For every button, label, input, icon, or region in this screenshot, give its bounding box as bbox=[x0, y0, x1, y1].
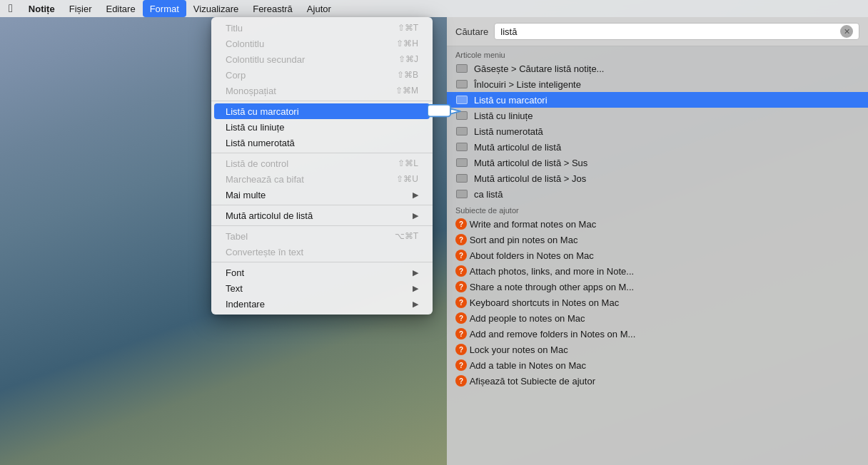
menu-item-converteste[interactable]: Convertește în text bbox=[211, 244, 433, 260]
menu-item-titlu[interactable]: Titlu ⇧⌘T bbox=[211, 20, 433, 36]
menu-icon bbox=[455, 173, 468, 183]
help-item-add-remove-folders[interactable]: ? Add and remove folders in Notes on M..… bbox=[447, 326, 868, 342]
menu-item-font[interactable]: Font ▶ bbox=[211, 265, 433, 280]
menu-item-lista-control[interactable]: Listă de control ⇧⌘L bbox=[211, 155, 433, 171]
help-item-lock[interactable]: ? Lock your notes on Mac bbox=[447, 342, 868, 357]
help-item-muta-sus[interactable]: Mută articolul de listă > Sus bbox=[447, 155, 868, 170]
help-item-lista-liniute[interactable]: Listă cu liniuțe bbox=[447, 108, 868, 123]
help-item-share[interactable]: ? Share a note through other apps on M..… bbox=[447, 279, 868, 295]
help-search-box[interactable]: listă ✕ bbox=[494, 23, 859, 40]
menubar-ajutor[interactable]: Ajutor bbox=[300, 0, 338, 17]
menu-item-indentare[interactable]: Indentare ▶ bbox=[211, 296, 433, 312]
help-item-keyboard[interactable]: ? Keyboard shortcuts in Notes on Mac bbox=[447, 295, 868, 310]
help-panel: Căutare listă ✕ Articole meniu Găsește >… bbox=[447, 17, 868, 465]
menubar-vizualizare[interactable]: Vizualizare bbox=[186, 0, 246, 17]
help-item-attach[interactable]: ? Attach photos, links, and more in Note… bbox=[447, 263, 868, 279]
svg-rect-0 bbox=[428, 105, 450, 117]
help-item-muta-jos[interactable]: Mută articolul de listă > Jos bbox=[447, 170, 868, 186]
help-item-lista-numerotata[interactable]: Listă numerotată bbox=[447, 123, 868, 139]
help-item-sort-pin[interactable]: ? Sort and pin notes on Mac bbox=[447, 232, 868, 247]
help-circle-icon: ? bbox=[455, 328, 467, 339]
help-item-afiseaza-tot[interactable]: ? Afișează tot Subiecte de ajutor bbox=[447, 373, 868, 389]
submenu-arrow-icon-4: ▶ bbox=[413, 284, 418, 293]
menu-item-mai-multe[interactable]: Mai multe ▶ bbox=[211, 187, 433, 203]
help-item-add-table[interactable]: ? Add a table in Notes on Mac bbox=[447, 357, 868, 373]
menu-icon bbox=[455, 126, 468, 136]
separator-5 bbox=[211, 262, 433, 262]
format-menu: Titlu ⇧⌘T Colontitlu ⇧⌘H Colontitlu secu… bbox=[211, 17, 433, 315]
menubar:  Notițe Fișier Editare Format Vizualiza… bbox=[0, 0, 868, 17]
help-close-button[interactable]: ✕ bbox=[840, 25, 853, 38]
submenu-arrow-icon: ▶ bbox=[413, 190, 418, 200]
help-circle-icon: ? bbox=[455, 312, 467, 324]
menubar-fereastra[interactable]: Fereastră bbox=[246, 0, 300, 17]
menu-icon bbox=[455, 158, 468, 168]
menubar-format[interactable]: Format bbox=[143, 0, 186, 17]
help-circle-icon: ? bbox=[455, 281, 467, 292]
help-circle-icon: ? bbox=[455, 344, 467, 355]
apple-icon:  bbox=[9, 2, 13, 15]
menu-item-monospatiat[interactable]: Monoșpațiat ⇧⌘M bbox=[211, 83, 433, 98]
help-item-write-format[interactable]: ? Write and format notes on Mac bbox=[447, 216, 868, 232]
help-search-label: Căutare bbox=[455, 26, 488, 37]
submenu-arrow-icon-3: ▶ bbox=[413, 268, 418, 277]
help-section-subiecte: Subiecte de ajutor bbox=[447, 202, 868, 216]
menu-item-lista-numerotata[interactable]: Listă numerotată bbox=[211, 135, 433, 150]
separator-1 bbox=[211, 101, 433, 101]
menu-item-colontitlu-secundar[interactable]: Colontitlu secundar ⇧⌘J bbox=[211, 51, 433, 67]
menu-item-text[interactable]: Text ▶ bbox=[211, 280, 433, 296]
separator-2 bbox=[211, 153, 433, 153]
help-item-gaseste[interactable]: Găsește > Căutare listă notițe... bbox=[447, 61, 868, 76]
menu-icon bbox=[455, 79, 468, 89]
submenu-arrow-icon-2: ▶ bbox=[413, 211, 418, 220]
help-circle-icon: ? bbox=[455, 250, 467, 261]
help-item-ca-lista[interactable]: ca listă bbox=[447, 186, 868, 202]
help-header: Căutare listă ✕ bbox=[447, 17, 868, 46]
help-item-muta-articol[interactable]: Mută articolul de listă bbox=[447, 139, 868, 155]
help-circle-icon: ? bbox=[455, 218, 467, 230]
apple-menu[interactable]:  bbox=[0, 0, 21, 17]
menu-item-muta-articol[interactable]: Mută articolul de listă ▶ bbox=[211, 208, 433, 223]
help-item-add-people[interactable]: ? Add people to notes on Mac bbox=[447, 310, 868, 326]
menubar-fisier[interactable]: Fișier bbox=[62, 0, 99, 17]
help-circle-icon: ? bbox=[455, 265, 467, 277]
help-search-value: listă bbox=[500, 26, 517, 37]
separator-4 bbox=[211, 225, 433, 226]
help-circle-icon: ? bbox=[455, 297, 467, 308]
callout-arrow-icon bbox=[428, 99, 467, 123]
help-circle-icon: ? bbox=[455, 234, 467, 245]
help-item-inlocuiri[interactable]: Înlocuiri > Liste inteligente bbox=[447, 76, 868, 92]
menubar-notite[interactable]: Notițe bbox=[21, 0, 62, 17]
help-section-articole: Articole meniu bbox=[447, 46, 868, 61]
menu-item-marcheaza-bifat[interactable]: Marchează ca bifat ⇧⌘U bbox=[211, 171, 433, 187]
menu-icon bbox=[455, 63, 468, 73]
menu-icon bbox=[455, 142, 468, 152]
menu-item-tabel[interactable]: Tabel ⌥⌘T bbox=[211, 228, 433, 244]
menu-icon bbox=[455, 189, 468, 199]
menu-item-corp[interactable]: Corp ⇧⌘B bbox=[211, 67, 433, 83]
menubar-editare[interactable]: Editare bbox=[99, 0, 142, 17]
help-item-folders[interactable]: ? About folders in Notes on Mac bbox=[447, 247, 868, 263]
help-item-lista-marcatori[interactable]: Listă cu marcatori bbox=[447, 92, 868, 108]
menu-item-lista-liniute[interactable]: Listă cu liniuțe bbox=[211, 119, 433, 135]
submenu-arrow-icon-5: ▶ bbox=[413, 300, 418, 309]
menu-item-colontitlu[interactable]: Colontitlu ⇧⌘H bbox=[211, 36, 433, 51]
separator-3 bbox=[211, 205, 433, 205]
help-circle-icon: ? bbox=[455, 359, 467, 371]
menu-item-lista-marcatori[interactable]: Listă cu marcatori bbox=[214, 103, 430, 119]
help-circle-icon: ? bbox=[455, 375, 467, 387]
svg-marker-1 bbox=[450, 108, 460, 113]
